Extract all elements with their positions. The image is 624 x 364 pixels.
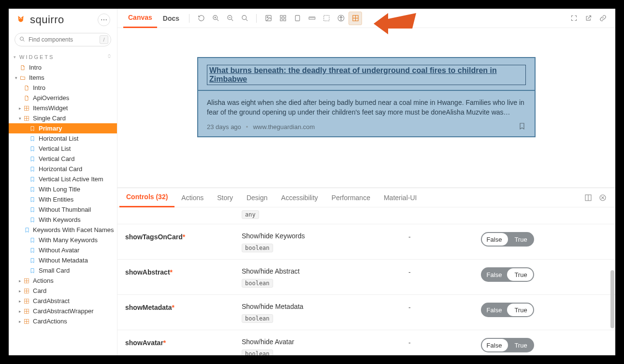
tree-item[interactable]: Vertical List — [9, 144, 117, 154]
tree-item-label: Without Metadata — [39, 257, 88, 264]
tree-item-label: Items — [29, 74, 44, 81]
canvas-area: What burns beneath: the deadly threat of… — [117, 28, 615, 188]
controls-list[interactable]: any showTagsOnCard*Show/hide Keywordsboo… — [117, 207, 615, 355]
tree-item[interactable]: ▸CardActions — [9, 316, 117, 326]
story-icon — [29, 166, 36, 173]
tree-item[interactable]: With Keywords — [9, 215, 117, 225]
tree-item[interactable]: Horizontal List — [9, 133, 117, 144]
boolean-toggle[interactable]: FalseTrue — [481, 267, 534, 282]
measure-button[interactable] — [305, 12, 319, 25]
tree-item[interactable]: Keywords With Facet Names — [9, 225, 117, 235]
story-icon — [29, 247, 36, 254]
tree-item[interactable]: Without Metadata — [9, 255, 117, 265]
control-row-stub: any — [117, 207, 615, 224]
grid-button[interactable] — [276, 12, 290, 25]
tree-item-label: Card — [33, 287, 46, 294]
boolean-toggle[interactable]: FalseTrue — [481, 338, 534, 352]
panel-tab-controls[interactable]: Controls (32) — [119, 188, 174, 207]
panel-tab-design[interactable]: Design — [240, 188, 275, 207]
svg-line-3 — [23, 40, 25, 42]
svg-rect-46 — [323, 15, 329, 21]
tree-item-label: Without Avatar — [39, 247, 79, 254]
toggle-false-label: False — [481, 236, 508, 243]
caret-icon: ▸ — [17, 299, 22, 304]
comp-icon — [23, 115, 30, 122]
search-icon — [19, 36, 25, 44]
panel-close-button[interactable] — [597, 192, 609, 204]
tree-item[interactable]: With Entities — [9, 194, 117, 204]
accessibility-button[interactable] — [334, 12, 348, 25]
tree-item[interactable]: Vertical Card — [9, 154, 117, 164]
tree-item[interactable]: ▸Actions — [9, 276, 117, 286]
card-title[interactable]: What burns beneath: the deadly threat of… — [207, 65, 526, 85]
tree-item[interactable]: Primary — [9, 123, 117, 133]
comp-icon — [23, 318, 30, 325]
control-description: Show/hide Metadataboolean — [242, 303, 408, 323]
caret-icon: ▸ — [17, 106, 22, 111]
panel-tab-actions[interactable]: Actions — [174, 188, 210, 207]
section-header-widgets[interactable]: ▾ WIDGETS — [9, 51, 117, 62]
theme-grid-button[interactable] — [348, 12, 362, 25]
scrollbar-thumb[interactable] — [610, 270, 614, 328]
preview-card[interactable]: What burns beneath: the deadly threat of… — [197, 57, 536, 137]
tab-docs[interactable]: Docs — [158, 9, 184, 28]
doc-icon — [23, 95, 30, 102]
tree-item[interactable]: ▾Single Card — [9, 113, 117, 123]
tree-item[interactable]: Intro — [9, 62, 117, 73]
panel-tab-material[interactable]: Material-UI — [377, 188, 423, 207]
background-button[interactable] — [261, 12, 275, 25]
reload-button[interactable] — [194, 12, 208, 25]
panel-orientation-button[interactable] — [582, 192, 594, 204]
fullscreen-button[interactable] — [567, 12, 580, 25]
brand-name: squirro — [30, 14, 64, 26]
brand-logo-icon — [15, 15, 26, 25]
sort-icon[interactable] — [106, 53, 112, 60]
tree-item[interactable]: With Many Keywords — [9, 235, 117, 245]
svg-point-1 — [21, 18, 22, 19]
required-asterisk: * — [172, 304, 174, 311]
svg-rect-37 — [283, 15, 285, 17]
tab-canvas[interactable]: Canvas — [123, 9, 157, 28]
card-source: www.theguardian.com — [253, 123, 315, 131]
link-button[interactable] — [596, 12, 609, 25]
tree-item[interactable]: Without Thumbnail — [9, 204, 117, 215]
main: Canvas Docs What burns beneath: the de — [117, 9, 615, 355]
tree-item-label: Primary — [39, 125, 62, 132]
tree-item[interactable]: ▸CardAbstract — [9, 296, 117, 306]
svg-point-2 — [20, 37, 24, 41]
tree-item-label: With Many Keywords — [39, 236, 98, 244]
tree-item[interactable]: Without Avatar — [9, 245, 117, 255]
open-external-button[interactable] — [581, 12, 595, 25]
caret-icon: ▸ — [17, 309, 22, 314]
zoom-in-button[interactable] — [209, 12, 222, 25]
bookmark-icon[interactable] — [518, 122, 526, 131]
zoom-reset-button[interactable] — [238, 12, 251, 25]
tree-item[interactable]: ▸CardAbstractWrapper — [9, 306, 117, 316]
panel-tab-story[interactable]: Story — [210, 188, 240, 207]
zoom-out-button[interactable] — [223, 12, 237, 25]
tree-item[interactable]: Small Card — [9, 265, 117, 276]
tree-item[interactable]: With Long Title — [9, 184, 117, 194]
svg-line-26 — [217, 19, 218, 21]
outline-button[interactable] — [319, 12, 333, 25]
tree-item[interactable]: ▸ItemsWidget — [9, 103, 117, 113]
boolean-toggle[interactable]: FalseTrue — [481, 232, 534, 247]
boolean-toggle[interactable]: FalseTrue — [481, 303, 534, 317]
viewport-button[interactable] — [290, 12, 304, 25]
tree-item[interactable]: ApiOverrides — [9, 93, 117, 103]
tree-item[interactable]: Intro — [9, 83, 117, 93]
story-icon — [29, 237, 36, 244]
caret-icon: ▸ — [17, 289, 22, 293]
tree-item[interactable]: Horizontal Card — [9, 164, 117, 174]
search-input[interactable] — [15, 33, 111, 46]
type-badge: boolean — [242, 314, 273, 323]
required-asterisk: * — [170, 268, 173, 276]
tree-item-label: With Long Title — [39, 186, 80, 193]
panel-tab-performance[interactable]: Performance — [325, 188, 377, 207]
tree-item[interactable]: ▾Items — [9, 73, 117, 83]
control-row: showTagsOnCard*Show/hide Keywordsboolean… — [117, 224, 615, 260]
sidebar-menu-button[interactable]: ⋯ — [98, 14, 110, 26]
tree-item[interactable]: Vertical List Active Item — [9, 174, 117, 184]
panel-tab-accessibility[interactable]: Accessibility — [275, 188, 325, 207]
tree-item[interactable]: ▸Card — [9, 286, 117, 296]
